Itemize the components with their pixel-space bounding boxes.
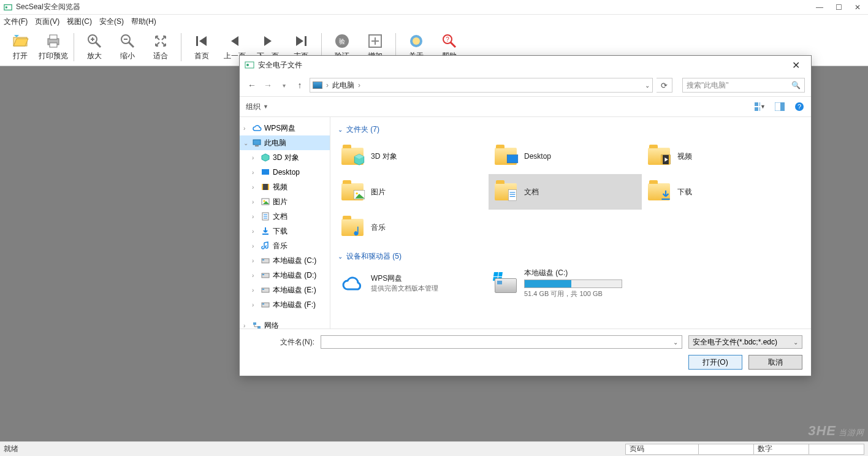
window-maximize-button[interactable]: ☐ xyxy=(836,3,842,12)
window-close-button[interactable]: ✕ xyxy=(855,3,861,12)
svg-point-26 xyxy=(413,37,420,45)
expand-arrow-icon[interactable]: › xyxy=(252,184,258,191)
open-file-button[interactable]: 打开(O) xyxy=(688,355,742,370)
section-header[interactable]: ⌄设备和驱动器 (5) xyxy=(338,251,811,262)
add-icon xyxy=(367,32,384,50)
window-minimize-button[interactable]: — xyxy=(816,3,823,12)
content-item[interactable]: 音乐 xyxy=(335,210,489,245)
music-icon xyxy=(261,241,270,251)
video-icon xyxy=(647,144,671,169)
view-mode-button[interactable]: ▼ xyxy=(755,102,766,112)
content-item[interactable]: WPS网盘提供完善文档版本管理 xyxy=(335,265,489,301)
content-item[interactable]: 下载 xyxy=(642,174,795,210)
address-bar[interactable]: › 此电脑 › ⌄ xyxy=(310,78,653,93)
file-open-dialog: 安全电子文件 ✕ ← → ▾ ↑ › 此电脑 › ⌄ ⟳ 搜索"此电脑" 🔍 组… xyxy=(239,55,812,376)
tree-node[interactable]: ›本地磁盘 (E:) xyxy=(240,283,330,297)
nav-back-button[interactable]: ← xyxy=(246,80,258,90)
expand-arrow-icon[interactable]: › xyxy=(252,243,258,249)
expand-arrow-icon[interactable]: › xyxy=(252,213,258,220)
expand-arrow-icon[interactable]: › xyxy=(252,154,258,161)
svg-marker-17 xyxy=(264,36,272,46)
tree-node[interactable]: ›3D 对象 xyxy=(240,150,330,165)
breadcrumb-root[interactable]: 此电脑 xyxy=(332,80,354,91)
print-preview-button[interactable]: 打印预览 xyxy=(37,30,70,64)
dialog-toolbar: 组织▼ ▼ ? xyxy=(240,96,811,117)
nav-tree[interactable]: ›WPS网盘⌄此电脑›3D 对象›Desktop›视频›图片›文档›下载›音乐›… xyxy=(240,117,330,329)
content-item[interactable]: 文档 xyxy=(489,174,642,210)
status-empty-pane xyxy=(699,444,754,455)
zoom-in-button[interactable]: 放大 xyxy=(78,30,111,64)
content-item[interactable]: 本地磁盘 (C:)51.4 GB 可用，共 100 GB xyxy=(489,265,642,301)
expand-arrow-icon[interactable]: › xyxy=(252,169,258,176)
tree-label: 本地磁盘 (D:) xyxy=(273,270,316,281)
tree-node[interactable]: ›WPS网盘 xyxy=(240,121,330,135)
svg-line-28 xyxy=(451,42,455,47)
cube-icon xyxy=(340,144,365,169)
menu-page[interactable]: 页面(V) xyxy=(35,17,59,27)
expand-arrow-icon[interactable]: › xyxy=(252,199,258,205)
tree-node[interactable]: ⌄此电脑 xyxy=(240,135,330,150)
tree-node[interactable]: ›网络 xyxy=(240,318,330,329)
cloud-icon xyxy=(252,123,262,133)
menu-view[interactable]: 视图(C) xyxy=(67,17,92,27)
zoom-out-button[interactable]: 缩小 xyxy=(111,30,144,64)
dialog-help-button[interactable]: ? xyxy=(794,102,805,112)
cancel-button[interactable]: 取消 xyxy=(748,355,802,370)
svg-rect-62 xyxy=(262,303,264,305)
expand-arrow-icon[interactable]: › xyxy=(252,257,258,264)
nav-up-button[interactable]: ↑ xyxy=(294,80,306,90)
expand-arrow-icon[interactable]: › xyxy=(252,272,258,279)
expand-arrow-icon[interactable]: › xyxy=(243,322,249,329)
app-icon xyxy=(4,3,12,12)
tree-node[interactable]: ›音乐 xyxy=(240,238,330,253)
nav-recent-dropdown[interactable]: ▾ xyxy=(278,82,290,89)
content-item[interactable]: Desktop xyxy=(489,139,642,174)
tree-node[interactable]: ›文档 xyxy=(240,209,330,224)
tree-node[interactable]: ›下载 xyxy=(240,224,330,238)
dialog-titlebar[interactable]: 安全电子文件 ✕ xyxy=(240,56,811,74)
first-icon xyxy=(193,32,210,50)
tree-node[interactable]: ›本地磁盘 (C:) xyxy=(240,253,330,268)
filetype-filter[interactable]: 安全电子文件(*.bdc;*.edc)⌄ xyxy=(688,335,802,349)
tree-node[interactable]: ›本地磁盘 (D:) xyxy=(240,268,330,283)
filename-combo[interactable]: ⌄ xyxy=(321,335,682,349)
preview-pane-button[interactable] xyxy=(774,102,785,112)
content-area[interactable]: ⌄文件夹 (7)3D 对象Desktop视频图片文档下载音乐⌄设备和驱动器 (5… xyxy=(330,117,811,329)
tree-node[interactable]: ›视频 xyxy=(240,180,330,194)
menu-security[interactable]: 安全(S) xyxy=(99,17,124,27)
tree-node[interactable]: ›图片 xyxy=(240,194,330,209)
prev-icon xyxy=(226,32,243,50)
content-item[interactable]: 视频 xyxy=(642,139,795,174)
first-page-button[interactable]: 首页 xyxy=(185,30,218,64)
item-subtitle: 提供完善文档版本管理 xyxy=(371,284,438,293)
address-dropdown[interactable]: ⌄ xyxy=(645,82,650,89)
drive-usage-bar xyxy=(524,279,622,288)
expand-arrow-icon[interactable]: ⌄ xyxy=(243,140,249,146)
svg-rect-76 xyxy=(508,190,516,201)
tree-label: 3D 对象 xyxy=(273,153,299,163)
tree-node[interactable]: ›Desktop xyxy=(240,165,330,180)
refresh-button[interactable]: ⟳ xyxy=(657,78,672,93)
expand-arrow-icon[interactable]: › xyxy=(252,287,258,294)
search-box[interactable]: 搜索"此电脑" 🔍 xyxy=(682,78,805,93)
fit-button[interactable]: 适合 xyxy=(144,30,177,64)
tree-node[interactable]: ›本地磁盘 (F:) xyxy=(240,297,330,312)
expand-arrow-icon[interactable]: › xyxy=(252,228,258,235)
content-item[interactable]: 3D 对象 xyxy=(335,139,489,174)
help-icon: ? xyxy=(441,32,458,50)
dialog-navbar: ← → ▾ ↑ › 此电脑 › ⌄ ⟳ 搜索"此电脑" 🔍 xyxy=(240,74,811,96)
expand-arrow-icon[interactable]: › xyxy=(252,302,258,308)
dialog-close-button[interactable]: ✕ xyxy=(786,59,806,71)
organize-menu[interactable]: 组织▼ xyxy=(246,102,268,112)
expand-arrow-icon[interactable]: › xyxy=(243,125,249,132)
nav-forward-button[interactable]: → xyxy=(262,80,274,90)
document-icon xyxy=(493,180,518,204)
svg-rect-63 xyxy=(253,322,256,325)
content-item[interactable]: 图片 xyxy=(335,174,489,210)
menu-file[interactable]: 文件(F) xyxy=(4,17,28,27)
about-icon xyxy=(408,32,425,50)
video-icon xyxy=(261,182,270,192)
open-button[interactable]: 打开 xyxy=(4,30,37,64)
section-header[interactable]: ⌄文件夹 (7) xyxy=(338,124,811,135)
menu-help[interactable]: 帮助(H) xyxy=(131,17,156,27)
